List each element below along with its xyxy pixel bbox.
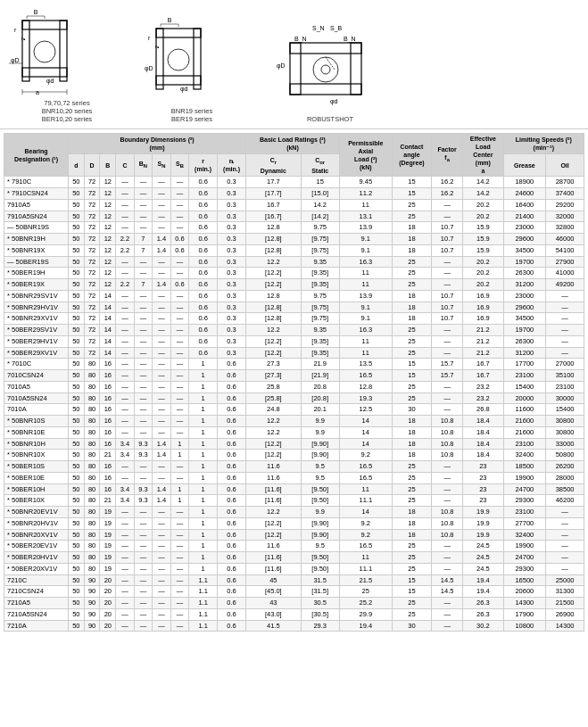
- table-cell: 16: [100, 483, 116, 495]
- bearing-designation: * 50BER20HV1V: [4, 552, 69, 564]
- table-cell: 72: [84, 325, 100, 336]
- table-cell: —: [134, 347, 153, 359]
- table-cell: [30.5]: [301, 608, 339, 620]
- table-cell: —: [153, 608, 171, 620]
- table-cell: 19.9: [463, 529, 503, 541]
- table-cell: 0.6: [218, 541, 246, 552]
- svg-text:r: r: [14, 27, 17, 33]
- table-cell: —: [432, 461, 463, 473]
- table-cell: 30: [392, 404, 431, 416]
- svg-text:φd: φd: [46, 78, 54, 85]
- table-cell: 1.4: [153, 495, 171, 507]
- table-cell: 90: [84, 574, 100, 586]
- bearing-designation: * 50BNR10X: [4, 450, 69, 461]
- table-cell: 0.6: [218, 517, 246, 529]
- table-cell: —: [153, 335, 171, 347]
- table-cell: 50: [69, 529, 85, 541]
- table-cell: —: [116, 359, 135, 370]
- table-cell: 9.75: [301, 290, 339, 302]
- table-cell: 80: [84, 495, 100, 507]
- table-cell: —: [134, 552, 153, 564]
- table-cell: [15.0]: [301, 188, 339, 200]
- table-cell: —: [116, 426, 135, 438]
- table-cell: 16: [100, 392, 116, 404]
- table-cell: 46000: [546, 234, 584, 245]
- bearing-designation: * 50BER29SV1V: [4, 325, 69, 336]
- svg-rect-37: [290, 43, 301, 95]
- bearing-designation: 7010A5: [4, 381, 69, 392]
- table-cell: 1.4: [153, 438, 171, 450]
- table-cell: 27700: [503, 517, 546, 529]
- table-cell: 20000: [503, 392, 546, 404]
- table-cell: —: [170, 541, 189, 552]
- table-cell: 80: [84, 392, 100, 404]
- table-cell: 50: [69, 222, 85, 234]
- table-cell: 23: [463, 495, 503, 507]
- table-cell: 12: [100, 234, 116, 245]
- table-cell: —: [432, 381, 463, 392]
- table-cell: 9.5: [301, 472, 339, 483]
- diagram-1-label: 79,70,72 series BNR10,20 series BER10,20…: [42, 99, 93, 123]
- table-cell: —: [134, 586, 153, 598]
- svg-text:a: a: [36, 89, 39, 95]
- table-cell: 20: [100, 620, 116, 632]
- table-cell: —: [116, 541, 135, 552]
- table-cell: 10.8: [432, 438, 463, 450]
- table-cell: 9.3: [134, 495, 153, 507]
- table-cell: 10.7: [432, 234, 463, 245]
- table-cell: —: [116, 325, 135, 336]
- table-cell: 1: [170, 483, 189, 495]
- bearing-designation: * 50BER10S: [4, 461, 69, 473]
- table-cell: 10.7: [432, 313, 463, 325]
- table-cell: —: [134, 392, 153, 404]
- table-cell: 7: [134, 234, 153, 245]
- table-cell: 50: [69, 211, 85, 222]
- table-cell: 25: [392, 268, 431, 279]
- bearing-designation: * 50BNR29XV1V: [4, 313, 69, 325]
- table-cell: [11.6]: [246, 552, 301, 564]
- table-cell: —: [116, 404, 135, 416]
- table-cell: 32800: [546, 222, 584, 234]
- table-cell: 45: [246, 574, 301, 586]
- svg-text:B: B: [34, 9, 38, 15]
- table-cell: 50: [69, 335, 85, 347]
- table-cell: 9.1: [339, 244, 392, 256]
- table-cell: 50: [69, 370, 85, 382]
- table-cell: —: [546, 335, 584, 347]
- table-cell: —: [153, 529, 171, 541]
- table-cell: —: [432, 495, 463, 507]
- table-cell: 41000: [546, 268, 584, 279]
- table-cell: —: [116, 608, 135, 620]
- table-cell: 34500: [503, 313, 546, 325]
- table-cell: —: [116, 290, 135, 302]
- table-cell: 72: [84, 335, 100, 347]
- bearing-designation: * 50BNR29SV1V: [4, 290, 69, 302]
- bearing-designation: * 50BER19H: [4, 268, 69, 279]
- table-cell: 3.4: [116, 438, 135, 450]
- table-cell: —: [134, 472, 153, 483]
- table-cell: 24.5: [463, 552, 503, 564]
- table-cell: 72: [84, 222, 100, 234]
- table-cell: 18.4: [463, 450, 503, 461]
- table-cell: 0.6: [218, 507, 246, 518]
- table-cell: [27.3]: [246, 370, 301, 382]
- table-cell: [9.90]: [301, 438, 339, 450]
- table-cell: —: [170, 507, 189, 518]
- table-cell: —: [170, 335, 189, 347]
- table-cell: 13.9: [339, 222, 392, 234]
- table-cell: 30.5: [301, 598, 339, 609]
- table-cell: 1.4: [153, 279, 171, 291]
- table-cell: 19.4: [463, 586, 503, 598]
- bearing-designation: * 50BNR20XV1V: [4, 529, 69, 541]
- table-cell: 24.5: [463, 563, 503, 574]
- table-cell: 16: [100, 370, 116, 382]
- table-cell: —: [116, 256, 135, 268]
- table-cell: 29300: [503, 495, 546, 507]
- col-BN: BN: [134, 153, 153, 177]
- table-cell: —: [153, 598, 171, 609]
- table-cell: —: [134, 313, 153, 325]
- table-cell: 23000: [503, 222, 546, 234]
- table-cell: —: [116, 335, 135, 347]
- table-cell: [11.6]: [246, 483, 301, 495]
- table-cell: 25: [392, 381, 431, 392]
